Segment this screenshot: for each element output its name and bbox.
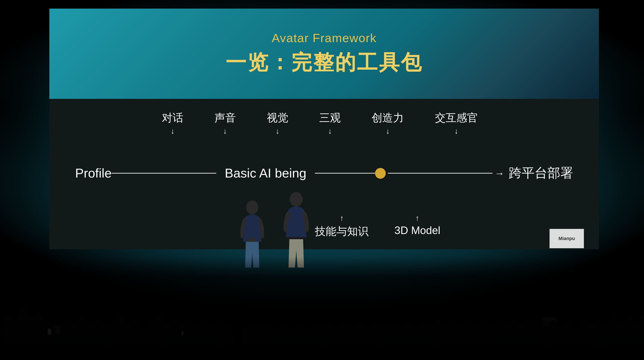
label-3dmodel-text: 3D Model bbox=[394, 224, 440, 237]
arrow-jiaohu: ↓ bbox=[454, 127, 458, 135]
node-gold-circle bbox=[375, 168, 386, 178]
svg-point-2 bbox=[290, 192, 303, 207]
sign-text: Mianpu bbox=[558, 236, 575, 241]
label-3dmodel: ↑ 3D Model bbox=[394, 214, 440, 237]
node-profile: Profile bbox=[75, 166, 112, 181]
label-shengyin: 声音 ↓ bbox=[214, 111, 236, 135]
slide-top-area: Avatar Framework 一览：完整的工具包 bbox=[49, 9, 599, 99]
label-jineng-text: 技能与知识 bbox=[315, 224, 368, 239]
svg-rect-100 bbox=[0, 351, 644, 360]
arrow-duihua: ↓ bbox=[171, 127, 174, 135]
svg-rect-99 bbox=[0, 257, 644, 360]
presentation-screen: Avatar Framework 一览：完整的工具包 对话 ↓ 声音 bbox=[49, 9, 599, 249]
label-jiaohu: 交互感官 ↓ bbox=[435, 111, 478, 135]
label-sanguan-text: 三观 bbox=[319, 111, 341, 125]
arrow-3dmodel: ↑ bbox=[416, 214, 419, 222]
label-duihua-text: 对话 bbox=[162, 111, 183, 125]
sign-overlay: Mianpu bbox=[550, 229, 584, 248]
line-profile-to-basic bbox=[112, 173, 216, 173]
main-line-container: Profile Basic AI being → 跨平台部署 bbox=[49, 164, 599, 182]
line-circle-to-cross bbox=[388, 173, 492, 173]
label-shijue: 视觉 ↓ bbox=[267, 111, 288, 135]
labels-below-container: ↑ 技能与知识 ↑ 3D Model bbox=[49, 214, 599, 239]
svg-point-0 bbox=[246, 201, 258, 214]
arrow-shengyin: ↓ bbox=[223, 127, 227, 135]
arrow-chuangzaoli: ↓ bbox=[386, 127, 390, 135]
arrow-shijue: ↓ bbox=[276, 127, 280, 135]
scene: Avatar Framework 一览：完整的工具包 对话 ↓ 声音 bbox=[0, 0, 644, 360]
arrow-jineng: ↑ bbox=[340, 214, 344, 222]
audience-silhouette bbox=[0, 257, 644, 360]
label-jiaohu-text: 交互感官 bbox=[435, 111, 478, 125]
label-chuangzaoli: 创造力 ↓ bbox=[372, 111, 404, 135]
diagram-content: 对话 ↓ 声音 ↓ 视觉 ↓ 三观 bbox=[49, 99, 599, 249]
node-cross-platform: 跨平台部署 bbox=[504, 164, 573, 182]
node-basic-ai: Basic AI being bbox=[216, 166, 315, 181]
speaker-right bbox=[283, 190, 309, 268]
label-sanguan: 三观 ↓ bbox=[319, 111, 341, 135]
arrow-sanguan: ↓ bbox=[328, 127, 332, 135]
label-shijue-text: 视觉 bbox=[267, 111, 288, 125]
slide-title-english: Avatar Framework bbox=[272, 31, 376, 45]
slide-title-chinese: 一览：完整的工具包 bbox=[226, 49, 423, 77]
label-jineng: ↑ 技能与知识 bbox=[315, 214, 368, 239]
arrow-right-icon: → bbox=[494, 167, 504, 179]
line-basic-to-circle bbox=[315, 173, 375, 173]
label-shengyin-text: 声音 bbox=[214, 111, 236, 125]
label-duihua: 对话 ↓ bbox=[162, 111, 183, 135]
label-chuangzaoli-text: 创造力 bbox=[372, 111, 404, 125]
slide-diagram-area: 对话 ↓ 声音 ↓ 视觉 ↓ 三观 bbox=[49, 99, 599, 249]
svg-rect-3 bbox=[288, 237, 305, 239]
